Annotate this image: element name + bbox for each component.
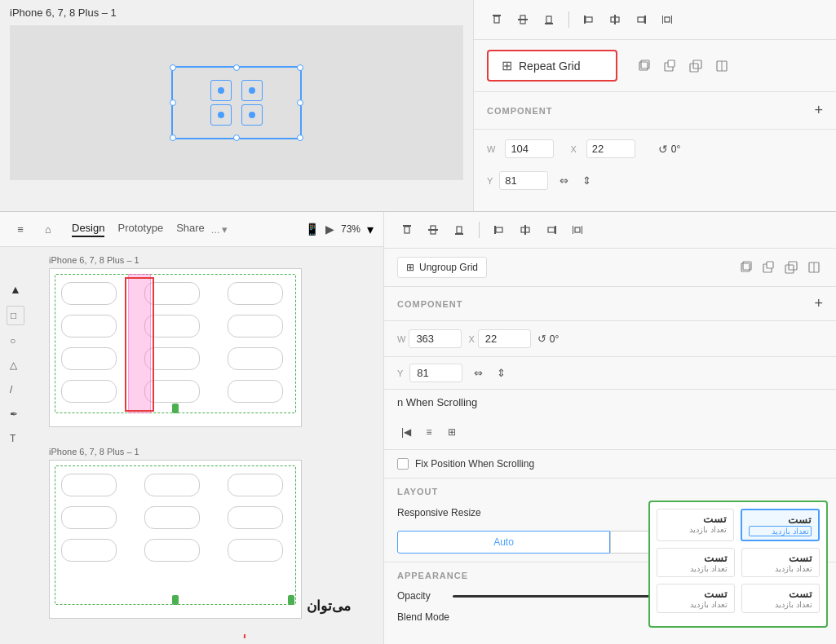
component-add-btn-bottom[interactable]: + <box>814 295 823 312</box>
handle-bm[interactable] <box>233 135 240 141</box>
align-left-btn[interactable] <box>579 10 599 29</box>
align-center-v-btn-2[interactable] <box>515 220 535 240</box>
component-row-bottom: COMPONENT + <box>384 287 836 321</box>
zoom-value[interactable]: 73% <box>341 223 360 235</box>
handle-mr[interactable] <box>297 99 303 106</box>
green-handle-2b[interactable] <box>172 595 179 605</box>
layer-icon-1[interactable] <box>736 258 754 276</box>
select-tool[interactable]: ▲ <box>7 280 24 299</box>
distribute-btn-2[interactable] <box>568 220 587 240</box>
iphone-canvas-1 <box>49 268 302 427</box>
green-handle-2[interactable] <box>288 595 294 605</box>
svg-rect-5 <box>546 16 551 23</box>
rotate-control-top: ↺ 0° <box>658 143 680 156</box>
dim-row-bottom: W X ↺ 0° <box>384 321 836 357</box>
svg-rect-13 <box>671 15 672 24</box>
play-btn[interactable]: ▶ <box>325 223 334 236</box>
fix-position-checkbox[interactable] <box>397 458 409 470</box>
line-tool[interactable]: / <box>7 381 24 399</box>
rect-tool[interactable]: □ <box>7 306 24 325</box>
inner-row-4 <box>241 104 263 126</box>
auto-btn[interactable]: Auto <box>397 531 610 554</box>
component-add-btn[interactable]: + <box>814 102 823 119</box>
align-toolbar <box>474 0 836 40</box>
component-section-top: COMPONENT + <box>474 92 836 130</box>
handle-tr[interactable] <box>297 64 303 71</box>
align-center-v-btn[interactable] <box>605 10 625 29</box>
dot-box-4 <box>241 104 263 126</box>
align-right-btn[interactable] <box>631 10 651 29</box>
dimension-row-top: W X ↺ 0° <box>474 130 836 168</box>
icon-row-btn-2[interactable]: ≡ <box>420 423 438 441</box>
layer-copy2-btn[interactable] <box>660 56 679 76</box>
home-btn[interactable]: ⌂ <box>38 218 59 240</box>
pen-tool[interactable]: ✒ <box>7 405 24 423</box>
svg-rect-8 <box>614 15 616 24</box>
grid-icon: ⊞ <box>406 262 414 273</box>
icon-row-btn-3[interactable]: ⊞ <box>443 423 461 441</box>
flip-v-btn-bottom[interactable]: ⇕ <box>492 364 510 382</box>
right-panel-top: ⊞ Repeat Grid COMPONENT + <box>473 0 836 212</box>
handle-br[interactable] <box>297 135 303 141</box>
svg-rect-12 <box>662 15 663 24</box>
card-title-1-1: تست <box>664 513 727 525</box>
align-center-h-btn[interactable] <box>513 10 533 29</box>
handle-tl[interactable] <box>170 64 176 71</box>
handle-tm[interactable] <box>233 64 240 71</box>
distribute-btn[interactable] <box>657 10 677 29</box>
align-bottom-btn[interactable] <box>539 10 559 29</box>
repeat-grid-button[interactable]: ⊞ Repeat Grid <box>487 50 617 82</box>
green-handle-1[interactable] <box>172 404 179 413</box>
dot-inner-4 <box>249 112 255 118</box>
inner-row-3 <box>241 80 263 101</box>
hamburger-menu-btn[interactable]: ≡ <box>10 218 31 240</box>
grid2-r3c3 <box>228 539 283 562</box>
text-tool[interactable]: T <box>7 430 24 448</box>
align-top-btn[interactable] <box>487 10 506 29</box>
width-input-top[interactable] <box>505 139 554 158</box>
layer-icon-2[interactable] <box>759 258 777 276</box>
y-input-top[interactable] <box>499 171 548 190</box>
svg-rect-32 <box>524 225 526 235</box>
dot-box-3 <box>241 80 263 101</box>
layer-icons <box>736 258 823 276</box>
layer-icon-4[interactable] <box>805 258 823 276</box>
icon-row-btn-1[interactable]: |◀ <box>397 423 415 441</box>
card-row-3: تست تعداد بازدید تست تعداد بازدید <box>657 584 820 613</box>
width-val-bottom[interactable] <box>409 329 462 348</box>
handle-bl[interactable] <box>170 135 176 141</box>
flip-icons-top: ⇔ ⇕ <box>555 172 595 190</box>
card-item-3-1: تست تعداد بازدید <box>657 584 735 613</box>
align-right-btn-2[interactable] <box>542 220 561 240</box>
bottom-left-panel: ≡ ⌂ Design Prototype Share ... ▾ 📱 ▶ 73%… <box>0 212 383 644</box>
repeat-grid-label: Repeat Grid <box>519 60 580 73</box>
ellipse-tool[interactable]: ○ <box>7 332 24 350</box>
layer-copy4-btn[interactable] <box>712 56 732 76</box>
align-left-btn-2[interactable] <box>489 220 509 240</box>
x-val-bottom[interactable] <box>478 329 531 348</box>
layer-icon-3[interactable] <box>782 258 800 276</box>
grid-item-r4c1 <box>61 380 117 403</box>
card-subtitle-2-1: تعداد بازدید <box>664 564 728 573</box>
align-top-btn-2[interactable] <box>397 220 417 240</box>
align-center-h-btn-2[interactable] <box>423 220 443 240</box>
dot-box-1 <box>210 80 232 101</box>
ungroup-grid-btn[interactable]: ⊞ Ungroup Grid <box>397 257 487 278</box>
x-input-top[interactable] <box>586 139 635 158</box>
tab-design[interactable]: Design <box>72 222 104 237</box>
flip-v-btn[interactable]: ⇕ <box>577 172 595 190</box>
layer-copy3-btn[interactable] <box>686 56 706 76</box>
flip-h-btn-bottom[interactable]: ⇔ <box>469 364 487 382</box>
component-label-top: COMPONENT <box>487 106 553 116</box>
align-bottom-btn-2[interactable] <box>449 220 469 240</box>
tab-prototype[interactable]: Prototype <box>117 222 163 237</box>
grid2-r2c1 <box>61 506 117 529</box>
svg-rect-42 <box>767 262 773 268</box>
tab-share[interactable]: Share <box>176 222 205 237</box>
handle-ml[interactable] <box>170 99 176 106</box>
flip-h-btn[interactable]: ⇔ <box>555 172 573 190</box>
layer-copy-btn[interactable] <box>634 56 653 76</box>
y-val-bottom[interactable] <box>409 364 462 382</box>
tab-more[interactable]: ... ▾ <box>211 223 228 236</box>
triangle-tool[interactable]: △ <box>7 356 24 374</box>
